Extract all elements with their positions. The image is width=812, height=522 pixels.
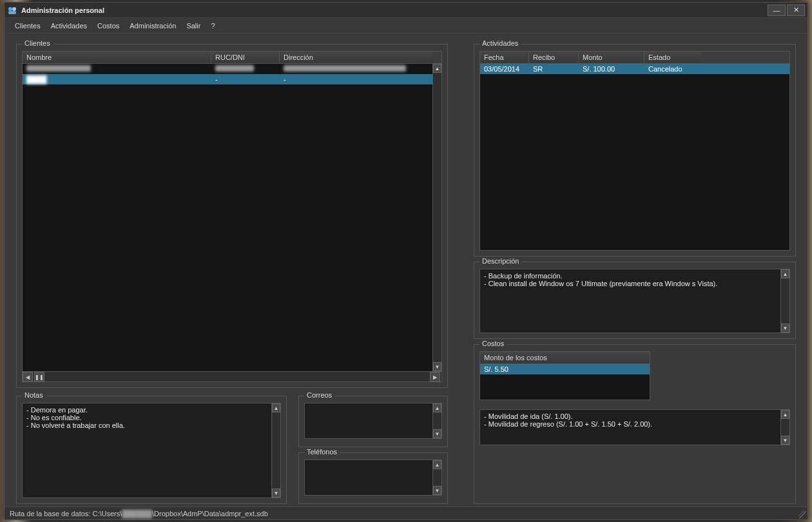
scroll-handle-icon[interactable]: ❚❚ — [34, 372, 44, 382]
correos-textbox[interactable]: ▲ ▼ — [304, 403, 442, 439]
resize-grip-icon[interactable] — [798, 510, 806, 518]
status-blurred: ██████ — [122, 510, 152, 517]
scroll-up-icon[interactable]: ▲ — [272, 403, 280, 412]
costos-detail-vscroll[interactable]: ▲ ▼ — [780, 410, 789, 445]
menu-costos[interactable]: Costos — [92, 19, 124, 32]
cell-estado: Cancelado — [644, 64, 701, 74]
actividades-table[interactable]: Fecha Recibo Monto Estado 03/05/2014 SR … — [479, 51, 790, 251]
costos-group: Costos Monto de los costos S/. 5.50 - Mo… — [474, 344, 796, 504]
clientes-hscroll[interactable]: ◀ ❚❚ ▶ — [23, 371, 441, 382]
costos-detail-line: - Movilidad de ida (S/. 1.00). — [484, 412, 786, 420]
clientes-legend: Clientes — [22, 39, 53, 47]
correos-vscroll[interactable]: ▲ ▼ — [432, 403, 441, 438]
notas-vscroll[interactable]: ▲ ▼ — [271, 403, 280, 498]
descripcion-textbox[interactable]: - Backup de información. - Clean install… — [479, 269, 790, 333]
notas-line: - No volveré a trabajar con ella. — [26, 421, 276, 429]
cell-ruc: - — [211, 74, 280, 84]
col-estado[interactable]: Estado — [644, 52, 701, 63]
actividades-legend: Actividades — [479, 39, 521, 47]
cell-fecha: 03/05/2014 — [480, 64, 529, 74]
scroll-up-icon[interactable]: ▲ — [781, 410, 789, 419]
telefonos-vscroll[interactable]: ▲ ▼ — [432, 460, 441, 495]
minimize-button[interactable]: — — [768, 5, 786, 16]
right-column: Actividades Fecha Recibo Monto Estado 03… — [474, 39, 796, 504]
content-area: Clientes Nombre RUC/DNI Dirección — [5, 34, 807, 507]
notas-group: Notas - Demora en pagar. - No es confiab… — [16, 396, 287, 504]
clientes-body[interactable]: ████ - - ▲ ▼ — [23, 64, 441, 371]
menu-actividades[interactable]: Actividades — [46, 19, 92, 32]
descripcion-legend: Descripción — [479, 257, 521, 265]
clientes-row[interactable] — [23, 64, 441, 74]
descripcion-group: Descripción - Backup de información. - C… — [474, 262, 796, 339]
menu-help[interactable]: ? — [206, 19, 220, 32]
cell-monto: S/. 100.00 — [579, 64, 644, 74]
actividades-body[interactable]: 03/05/2014 SR S/. 100.00 Cancelado — [480, 64, 789, 250]
cell-direccion: - — [280, 74, 441, 84]
col-rucdni[interactable]: RUC/DNI — [211, 52, 280, 63]
cell-nombre: ████ — [26, 75, 46, 83]
scroll-down-icon[interactable]: ▼ — [781, 436, 789, 445]
scroll-down-icon[interactable]: ▼ — [433, 362, 441, 371]
cell-monto-costo: S/. 5.50 — [480, 364, 650, 374]
correos-group: Correos ▲ ▼ — [298, 396, 448, 447]
col-recibo[interactable]: Recibo — [529, 52, 579, 63]
costos-legend: Costos — [479, 340, 507, 347]
notas-line: - No es confiable. — [26, 414, 276, 421]
titlebar[interactable]: Administración personal — ✕ — [5, 3, 807, 18]
scroll-left-icon[interactable]: ◀ — [23, 372, 33, 382]
close-button[interactable]: ✕ — [787, 5, 805, 16]
left-bottom-row: Notas - Demora en pagar. - No es confiab… — [16, 391, 448, 504]
menubar: Clientes Actividades Costos Administraci… — [5, 18, 807, 34]
correos-legend: Correos — [304, 391, 334, 399]
costos-body[interactable]: S/. 5.50 — [480, 364, 650, 400]
menu-salir[interactable]: Salir — [181, 19, 206, 32]
scroll-up-icon[interactable]: ▲ — [433, 403, 441, 412]
actividades-group: Actividades Fecha Recibo Monto Estado 03… — [474, 44, 796, 256]
actividades-row[interactable]: 03/05/2014 SR S/. 100.00 Cancelado — [480, 64, 789, 74]
scroll-right-icon[interactable]: ▶ — [430, 372, 440, 382]
costos-detail[interactable]: - Movilidad de ida (S/. 1.00). - Movilid… — [479, 409, 790, 445]
window-title: Administración personal — [21, 6, 766, 14]
scroll-up-icon[interactable]: ▲ — [433, 460, 441, 469]
scroll-up-icon[interactable]: ▲ — [781, 269, 789, 278]
menu-administracion[interactable]: Administración — [124, 19, 181, 32]
col-monto[interactable]: Monto — [579, 52, 644, 63]
notas-textbox[interactable]: - Demora en pagar. - No es confiable. - … — [22, 403, 281, 498]
app-icon — [7, 5, 17, 15]
descripcion-line: - Clean install de Window os 7 Ultimate … — [484, 280, 786, 287]
actividades-header-row: Fecha Recibo Monto Estado — [480, 52, 789, 64]
col-fecha[interactable]: Fecha — [480, 52, 529, 63]
telefonos-textbox[interactable]: ▲ ▼ — [304, 459, 442, 496]
scroll-up-icon[interactable]: ▲ — [433, 64, 441, 73]
col-nombre[interactable]: Nombre — [23, 52, 211, 63]
status-prefix: Ruta de la base de datos: C:\Users\ — [10, 510, 122, 517]
svg-point-0 — [8, 7, 12, 11]
costos-header[interactable]: Monto de los costos — [480, 352, 650, 364]
descripcion-vscroll[interactable]: ▲ ▼ — [780, 269, 789, 333]
svg-rect-2 — [8, 11, 16, 14]
left-column: Clientes Nombre RUC/DNI Dirección — [16, 39, 448, 504]
app-window: Administración personal — ✕ Clientes Act… — [4, 2, 808, 520]
menu-clientes[interactable]: Clientes — [10, 19, 46, 32]
clientes-vscroll[interactable]: ▲ ▼ — [432, 64, 441, 371]
costos-detail-line: - Movilidad de regreso (S/. 1.00 + S/. 1… — [484, 420, 786, 428]
clientes-header-row: Nombre RUC/DNI Dirección — [23, 52, 441, 64]
clientes-table[interactable]: Nombre RUC/DNI Dirección ████ - — [22, 51, 442, 382]
telefonos-group: Teléfonos ▲ ▼ — [298, 452, 448, 504]
col-direccion[interactable]: Dirección — [280, 52, 432, 63]
telefonos-legend: Teléfonos — [304, 448, 340, 456]
cell-recibo: SR — [529, 64, 579, 74]
costos-table[interactable]: Monto de los costos S/. 5.50 — [479, 351, 650, 400]
svg-point-1 — [12, 7, 16, 11]
costos-row[interactable]: S/. 5.50 — [480, 364, 650, 374]
scroll-down-icon[interactable]: ▼ — [272, 488, 280, 498]
scroll-down-icon[interactable]: ▼ — [433, 429, 441, 438]
scroll-down-icon[interactable]: ▼ — [781, 324, 789, 333]
statusbar: Ruta de la base de datos: C:\Users\█████… — [5, 507, 807, 519]
notas-line: - Demora en pagar. — [26, 406, 276, 414]
notas-legend: Notas — [22, 391, 46, 399]
scroll-down-icon[interactable]: ▼ — [433, 486, 441, 495]
clientes-row[interactable]: ████ - - — [23, 74, 441, 84]
clientes-group: Clientes Nombre RUC/DNI Dirección — [16, 44, 448, 388]
descripcion-line: - Backup de información. — [484, 272, 786, 280]
